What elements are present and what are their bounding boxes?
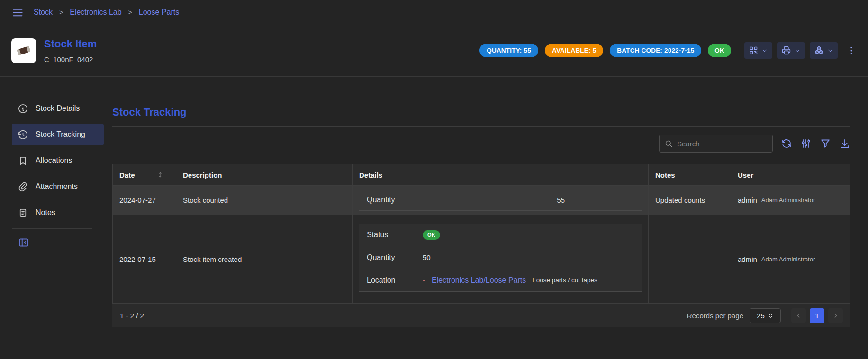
detail-status-row: Status OK xyxy=(359,224,642,246)
available-badge: AVAILABLE: 5 xyxy=(545,44,603,57)
sidebar-item-allocations[interactable]: Allocations xyxy=(12,150,104,171)
sidebar-item-stock-tracking[interactable]: Stock Tracking xyxy=(12,124,104,145)
download-icon xyxy=(839,138,850,149)
batch-code-badge: BATCH CODE: 2022-7-15 xyxy=(610,44,701,57)
barcode-actions-button[interactable] xyxy=(744,42,772,59)
next-page-button[interactable] xyxy=(828,308,843,323)
sidebar-item-label: Allocations xyxy=(36,156,72,165)
sidebar-item-label: Stock Tracking xyxy=(36,130,85,139)
hamburger-menu-icon[interactable] xyxy=(11,6,24,19)
user-fullname: Adam Administrator xyxy=(761,256,815,263)
breadcrumb-loose-parts[interactable]: Loose Parts xyxy=(139,8,179,17)
detail-location-row: Location - Electronics Lab/Loose Parts L… xyxy=(359,269,642,292)
search-input[interactable] xyxy=(677,140,771,148)
filter-funnel-icon xyxy=(820,138,831,149)
quantity-value: 55 xyxy=(423,196,565,204)
user-fullname: Adam Administrator xyxy=(761,197,815,204)
column-header-description[interactable]: Description xyxy=(176,164,353,185)
notes-cell xyxy=(649,215,731,303)
column-header-notes[interactable]: Notes xyxy=(649,164,731,185)
more-options-button[interactable] xyxy=(846,45,857,56)
previous-page-button[interactable] xyxy=(791,308,806,323)
description-cell: Stock item created xyxy=(176,215,353,303)
detail-quantity-row: Quantity 55 xyxy=(359,190,642,211)
table-columns-button[interactable] xyxy=(800,138,812,149)
details-sub-table: Status OK Quantity 50 Location - Electro… xyxy=(359,215,642,303)
record-range: 1 - 2 / 2 xyxy=(120,312,144,320)
status-badges: QUANTITY: 55 AVAILABLE: 5 BATCH CODE: 20… xyxy=(479,44,731,57)
sidebar-item-notes[interactable]: Notes xyxy=(12,202,104,224)
stock-item-header: Stock Item C_100nF_0402 QUANTITY: 55 AVA… xyxy=(0,25,868,77)
notes-cell: Updated counts xyxy=(649,186,731,215)
sort-icon[interactable] xyxy=(157,171,163,178)
table-header-row: Date Description Details Notes xyxy=(113,164,850,186)
breadcrumb-electronics-lab[interactable]: Electronics Lab xyxy=(70,8,121,17)
part-thumbnail[interactable] xyxy=(11,38,36,63)
column-header-details[interactable]: Details xyxy=(353,164,649,185)
stock-actions-button[interactable] xyxy=(810,42,838,59)
chevron-down-icon xyxy=(827,47,833,54)
status-ok-pill: OK xyxy=(423,230,440,240)
chevron-down-icon xyxy=(761,47,768,54)
sidebar-item-label: Notes xyxy=(36,208,55,217)
breadcrumb-separator: > xyxy=(128,9,132,16)
refresh-button[interactable] xyxy=(781,138,792,149)
breadcrumb: Stock > Electronics Lab > Loose Parts xyxy=(34,8,179,17)
chevron-down-icon xyxy=(794,47,801,54)
quantity-badge: QUANTITY: 55 xyxy=(479,44,538,57)
sidebar-item-label: Stock Details xyxy=(36,104,80,113)
breadcrumb-separator: > xyxy=(59,9,63,16)
table-pagination: 1 - 2 / 2 Records per page 25 1 xyxy=(112,304,850,327)
breadcrumb-stock[interactable]: Stock xyxy=(34,8,53,17)
qr-code-icon xyxy=(749,45,759,55)
search-box xyxy=(659,135,773,153)
page-1-button[interactable]: 1 xyxy=(810,308,824,323)
detail-quantity-row: Quantity 50 xyxy=(359,246,642,269)
user-cell: admin Adam Administrator xyxy=(731,215,850,303)
description-cell: Stock counted xyxy=(176,186,353,215)
table-row[interactable]: 2022-07-15 Stock item created Status OK … xyxy=(113,215,850,303)
username: admin xyxy=(738,196,757,204)
print-actions-button[interactable] xyxy=(777,42,805,59)
records-per-page-label: Records per page xyxy=(687,312,743,320)
column-header-user[interactable]: User xyxy=(731,164,850,185)
page-title: Stock Item xyxy=(44,38,97,50)
capacitor-image xyxy=(14,41,34,61)
column-header-date[interactable]: Date xyxy=(113,164,176,185)
location-link[interactable]: Electronics Lab/Loose Parts xyxy=(432,276,526,285)
details-cell: Quantity 55 xyxy=(353,186,649,215)
panel-left-collapse-icon xyxy=(18,236,30,249)
status-ok-badge: OK xyxy=(708,44,731,57)
paperclip-icon xyxy=(18,181,28,192)
stock-item-sidebar: Stock Details Stock Tracking Allocations xyxy=(0,77,104,359)
chevron-right-icon xyxy=(832,312,839,319)
stock-tracking-table: Date Description Details Notes xyxy=(112,164,850,304)
panel-heading: Stock Tracking xyxy=(112,106,850,118)
page-size-select[interactable]: 25 xyxy=(750,308,781,323)
date-cell: 2024-07-27 xyxy=(113,186,176,215)
select-chevrons-icon xyxy=(768,313,774,319)
history-icon xyxy=(18,129,28,140)
part-name: C_100nF_0402 xyxy=(44,55,97,63)
title-block: Stock Item C_100nF_0402 xyxy=(44,38,97,63)
info-circle-icon xyxy=(18,103,28,114)
location-dash: - xyxy=(423,276,425,284)
dots-vertical-icon xyxy=(846,45,857,56)
table-toolbar xyxy=(112,135,850,153)
details-cell: Status OK Quantity 50 Location - Electro… xyxy=(353,215,649,303)
sidebar-item-label: Attachments xyxy=(36,182,78,191)
sidebar-item-stock-details[interactable]: Stock Details xyxy=(12,98,104,119)
top-navigation-bar: Stock > Electronics Lab > Loose Parts xyxy=(0,0,868,25)
printer-icon xyxy=(781,45,791,55)
sidebar-collapse-button[interactable] xyxy=(18,236,30,249)
date-cell: 2022-07-15 xyxy=(113,215,176,303)
chevron-left-icon xyxy=(795,312,802,319)
filter-button[interactable] xyxy=(820,138,831,149)
download-button[interactable] xyxy=(839,138,850,149)
location-description: Loose parts / cut tapes xyxy=(533,277,597,284)
notes-icon xyxy=(18,207,28,218)
heading-divider xyxy=(112,126,850,127)
sidebar-item-attachments[interactable]: Attachments xyxy=(12,176,104,197)
adjustments-icon xyxy=(800,138,812,149)
table-row[interactable]: 2024-07-27 Stock counted Quantity 55 Upd… xyxy=(113,186,850,215)
